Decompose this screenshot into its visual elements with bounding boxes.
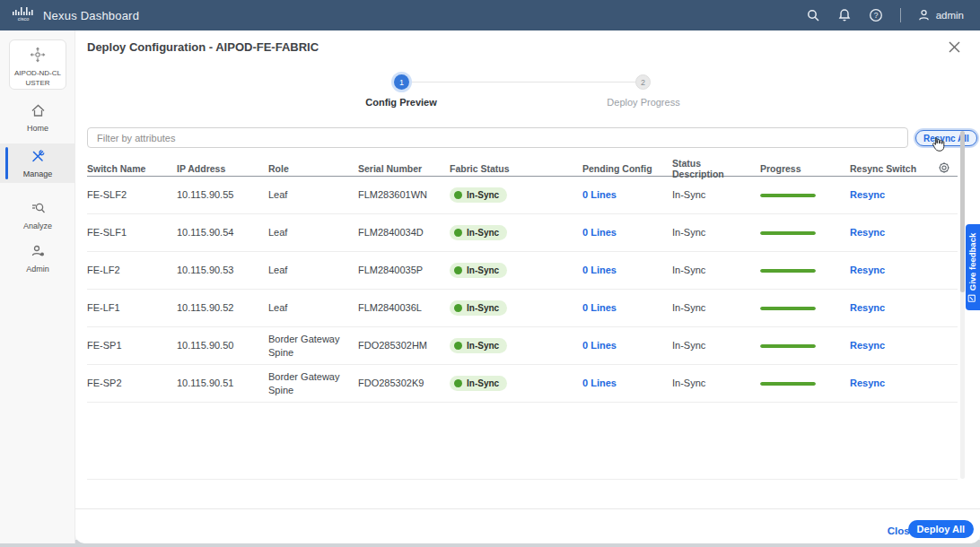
user-icon [917,8,931,23]
svg-text:?: ? [874,11,879,20]
table-row: FE-SLF1 10.115.90.54 Leaf FLM2840034D In… [87,214,958,252]
in-sync-dot-icon [454,191,462,199]
cluster-icon [29,46,47,67]
progress-bar [760,231,816,235]
cell-role: Border Gateway Spine [268,365,358,402]
sidebar-item-manage[interactable]: Manage [0,143,75,183]
header-divider [900,8,901,22]
step-2-label: Deploy Progress [581,97,706,108]
pending-config-link[interactable]: 0 Lines [582,377,617,389]
progress-bar [760,269,816,273]
username: admin [936,10,964,21]
table-row: FE-LF1 10.115.90.52 Leaf FLM2840036L In-… [87,290,958,327]
pending-config-link[interactable]: 0 Lines [582,264,617,276]
in-sync-dot-icon [454,304,462,312]
pending-config-link[interactable]: 0 Lines [582,188,617,201]
cell-status-description: In-Sync [672,290,760,326]
resync-link[interactable]: Resync [850,339,885,352]
footer-divider [75,508,980,509]
pending-config-link[interactable]: 0 Lines [582,301,617,314]
cell-serial-number: FLM2840036L [358,290,450,326]
fabric-status-badge: In-Sync [450,338,507,353]
resync-link[interactable]: Resync [850,226,885,239]
resync-link[interactable]: Resync [850,301,885,314]
filter-input[interactable] [87,127,908,148]
cell-role: Leaf [268,177,358,213]
resync-link[interactable]: Resync [850,264,885,276]
cell-switch-name: FE-LF2 [87,252,177,289]
sidebar-item-admin[interactable]: Admin [0,239,75,278]
cell-status-description: In-Sync [672,177,760,213]
feedback-label: Give feedback [968,232,978,290]
in-sync-dot-icon [454,229,462,237]
cell-serial-number: FLM2840035P [358,252,450,289]
cell-role: Leaf [268,214,358,251]
cisco-logo-icon: cisco [12,6,35,24]
step-1-label: Config Preview [338,97,464,108]
table-bottom-divider [87,479,958,480]
cell-status-description: In-Sync [672,252,760,289]
fabric-status-badge: In-Sync [450,300,507,316]
scrollbar-thumb[interactable] [960,131,965,292]
cluster-name: AIPOD-ND-CLUSTER [10,67,66,89]
cell-ip-address: 10.115.90.55 [177,177,268,213]
table-row: FE-SLF2 10.115.90.55 Leaf FLM283601WN In… [87,177,958,214]
cell-serial-number: FDO285302K9 [358,365,450,402]
deploy-all-button[interactable]: Deploy All [908,520,974,538]
table-row: FE-SP1 10.115.90.50 Border Gateway Spine… [87,327,958,365]
search-icon[interactable] [806,8,821,23]
progress-bar [760,344,816,348]
table-row: FE-LF2 10.115.90.53 Leaf FLM2840035P In-… [87,252,958,290]
step-1-indicator: 1 [394,74,409,90]
fabric-status-badge: In-Sync [450,225,507,240]
feedback-icon [968,294,978,302]
give-feedback-tab[interactable]: Give feedback [966,224,980,310]
cell-switch-name: FE-LF1 [87,290,177,326]
vertical-scrollbar[interactable] [960,131,965,479]
progress-bar [760,194,816,197]
table-body: FE-SLF2 10.115.90.55 Leaf FLM283601WN In… [87,177,958,403]
progress-bar [760,307,816,310]
in-sync-dot-icon [454,342,462,350]
brand: cisco Nexus Dashboard [0,6,139,24]
admin-user-gear-icon [31,244,46,262]
cell-serial-number: FDO285302HM [358,327,450,364]
cell-ip-address: 10.115.90.51 [177,365,268,402]
sidebar-item-home[interactable]: Home [0,99,75,138]
step-2-indicator: 2 [635,74,651,90]
stepper-connector [409,82,636,82]
fabric-status-badge: In-Sync [450,376,507,391]
app-title: Nexus Dashboard [43,9,139,22]
in-sync-dot-icon [454,266,462,274]
deploy-configuration-dialog: Deploy Configuration - AIPOD-FE-FABRIC 1… [75,30,980,543]
sidebar-item-analyze[interactable]: Analyze [0,195,75,235]
cell-role: Leaf [268,290,358,326]
cell-ip-address: 10.115.90.53 [177,252,268,289]
pending-config-link[interactable]: 0 Lines [582,339,617,352]
fabric-status-badge: In-Sync [450,187,507,203]
cell-ip-address: 10.115.90.50 [177,327,268,364]
cluster-selector[interactable]: AIPOD-ND-CLUSTER [9,39,66,90]
resync-all-button[interactable]: Resync All [915,130,977,146]
pending-config-link[interactable]: 0 Lines [582,226,617,239]
user-menu[interactable]: admin [917,8,964,23]
dialog-title: Deploy Configuration - AIPOD-FE-FABRIC [87,40,319,54]
resync-link[interactable]: Resync [850,377,885,389]
notifications-bell-icon[interactable] [837,8,853,23]
close-icon[interactable] [946,39,962,55]
cell-switch-name: FE-SLF1 [87,214,177,251]
cell-switch-name: FE-SLF2 [87,177,177,213]
resync-link[interactable]: Resync [850,188,885,201]
sidebar-item-label: Home [27,124,48,133]
help-icon[interactable]: ? [869,8,884,23]
cell-ip-address: 10.115.90.52 [177,290,268,326]
column-settings-gear-icon[interactable] [938,161,950,176]
top-header: cisco Nexus Dashboard ? [0,0,980,30]
cell-role: Border Gateway Spine [268,327,358,364]
sidebar: AIPOD-ND-CLUSTER Home Manage Analyze [0,30,75,543]
cell-status-description: In-Sync [672,365,760,402]
table-header: Switch Name IP Address Role Serial Numbe… [87,158,958,177]
fabric-status-badge: In-Sync [450,263,507,278]
in-sync-dot-icon [454,379,462,387]
tools-icon [31,149,46,167]
